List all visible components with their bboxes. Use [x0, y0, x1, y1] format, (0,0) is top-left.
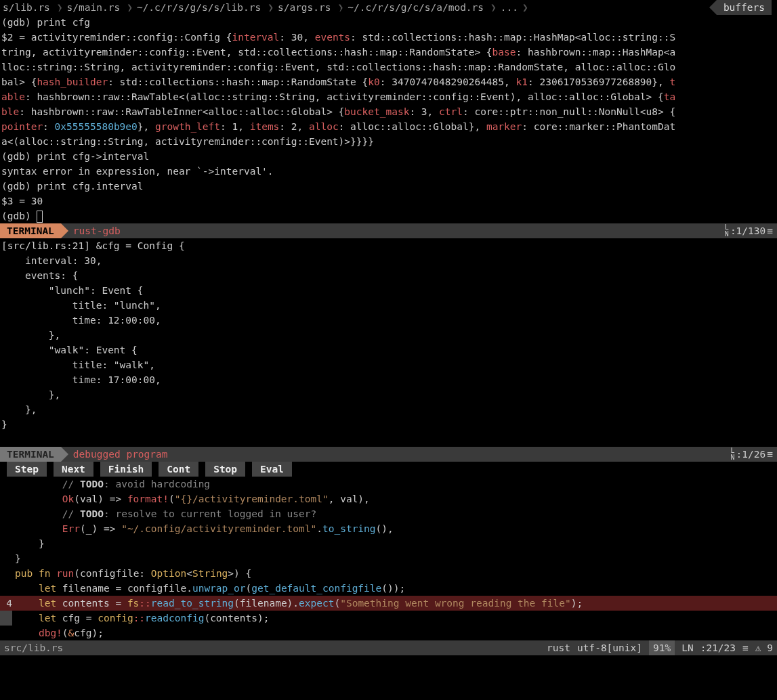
buffer-tabline: s/lib.rs❯s/main.rs❯~/.c/r/s/g/s/s/lib.rs…: [0, 0, 777, 15]
statusline-filename: src/lib.rs: [4, 640, 63, 655]
warnings-indicator[interactable]: ⚠ 9: [755, 640, 773, 655]
code-line[interactable]: // TODO: resolve to current logged in us…: [15, 508, 316, 519]
terminal-cursor: [37, 211, 43, 223]
debugger-toolbar: StepNextFinishContStopEval: [0, 462, 777, 477]
buffer-tab[interactable]: ~/.c/r/s/g/s/s/lib.rs: [134, 2, 266, 13]
code-line[interactable]: Ok(val) => format!("{}/activityreminder.…: [15, 494, 370, 504]
terminal-gdb-output[interactable]: (gdb) print cfg$2 = activityreminder::co…: [0, 15, 777, 223]
cont-button[interactable]: Cont: [159, 462, 198, 477]
line-number-icon: LN: [725, 224, 729, 238]
eval-button[interactable]: Eval: [252, 462, 292, 477]
code-editor[interactable]: // TODO: avoid hardcoding Ok(val) => for…: [0, 477, 777, 640]
buffers-label[interactable]: buffers: [717, 0, 772, 15]
code-line[interactable]: let filename = configfile.unwrap_or(get_…: [15, 583, 405, 594]
line-number-icon: LN: [681, 640, 693, 655]
current-line-marker: [0, 611, 12, 626]
buffer-tab[interactable]: s/lib.rs: [0, 2, 56, 13]
chevron-right-icon: ❯: [522, 0, 528, 15]
statusline-position: :1/130: [730, 223, 765, 238]
mode-indicator: TERMINAL: [0, 223, 61, 238]
hamburger-icon[interactable]: ≡: [767, 447, 773, 462]
buffer-tab[interactable]: s/main.rs: [64, 2, 126, 13]
statusline-terminal-gdb: TERMINAL rust-gdb LN :1/130 ≡: [0, 223, 777, 238]
breakpoint-marker[interactable]: 4: [0, 596, 12, 611]
statusline-encoding: utf-8[unix]: [577, 640, 642, 655]
statusline-filetype: rust: [547, 640, 570, 655]
line-number-icon: LN: [731, 447, 735, 461]
finish-button[interactable]: Finish: [100, 462, 152, 477]
buffer-tab[interactable]: s/args.rs: [275, 2, 337, 13]
hamburger-icon[interactable]: ≡: [742, 640, 749, 655]
stop-button[interactable]: Stop: [205, 462, 245, 477]
statusline-terminal-program: TERMINAL debugged program LN :1/26 ≡: [0, 447, 777, 462]
terminal-program-output[interactable]: [src/lib.rs:21] &cfg = Config { interval…: [0, 238, 777, 432]
code-line[interactable]: dbg!(&cfg);: [15, 628, 104, 638]
code-line[interactable]: let cfg = config::readconfig(contents);: [15, 613, 269, 624]
code-line[interactable]: let contents = fs::read_to_string(filena…: [15, 598, 583, 609]
code-line[interactable]: }: [15, 553, 21, 564]
statusline-editor: src/lib.rs rust utf-8[unix] 91% LN :21/2…: [0, 640, 777, 655]
code-line[interactable]: }: [15, 538, 45, 549]
statusline-title: rust-gdb: [73, 223, 121, 238]
next-button[interactable]: Next: [54, 462, 93, 477]
buffer-tab-more[interactable]: ...: [498, 0, 521, 15]
mode-indicator: TERMINAL: [0, 447, 61, 462]
code-line[interactable]: Err(_) => "~/.config/activityreminder.to…: [15, 523, 394, 534]
code-line[interactable]: // TODO: avoid hardcoding: [15, 479, 210, 489]
statusline-percent: 91%: [649, 640, 675, 655]
statusline-position: :1/26: [736, 447, 766, 462]
code-line[interactable]: pub fn run(configfile: Option<String>) {: [15, 568, 251, 579]
step-button[interactable]: Step: [7, 462, 47, 477]
statusline-position: :21/23: [700, 640, 736, 655]
statusline-title: debugged program: [73, 447, 168, 462]
buffer-tab[interactable]: ~/.c/r/s/g/c/s/a/mod.rs: [345, 2, 489, 13]
hamburger-icon[interactable]: ≡: [767, 223, 773, 238]
